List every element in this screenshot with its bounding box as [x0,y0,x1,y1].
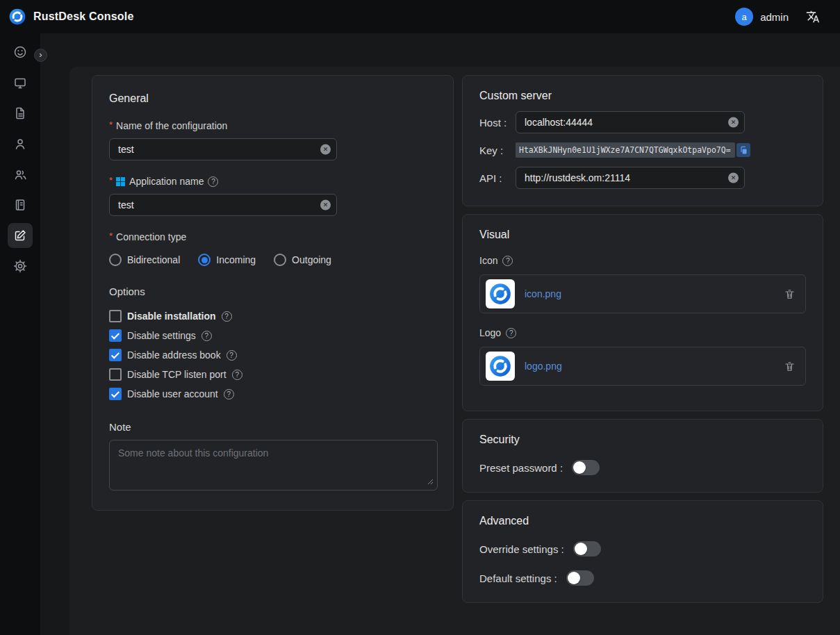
config-name-input[interactable] [109,138,337,160]
checkbox-icon[interactable] [109,368,122,381]
advanced-card: Advanced Override settings : Default set… [462,500,823,603]
radio-icon[interactable] [274,254,286,266]
sidebar-item-settings[interactable] [8,254,33,279]
checkbox-row-disable-address-book[interactable]: Disable address book ? [109,347,436,363]
radio-incoming[interactable]: Incoming [198,254,256,266]
logo-upload-box: logo.png [479,347,806,386]
override-settings-label: Override settings : [479,543,564,555]
smiley-icon [13,45,27,59]
sidebar-item-dashboard[interactable] [8,40,33,65]
radio-icon[interactable] [109,254,122,266]
clear-icon[interactable]: ✕ [320,200,331,211]
key-label: Key : [479,145,516,156]
sidebar [0,33,40,635]
file-icon [13,106,27,120]
override-settings-toggle[interactable] [573,541,601,556]
trash-icon[interactable] [784,361,796,372]
api-input[interactable] [516,167,745,189]
user-menu[interactable]: a admin [735,8,789,26]
translate-icon[interactable] [804,8,822,26]
preset-password-label: Preset password : [479,462,563,474]
icon-file-link[interactable]: icon.png [525,288,561,299]
icon-label: Icon ? [479,255,806,266]
app-title: RustDesk Console [33,10,134,23]
app-name-field-label: * Application name ? [109,176,436,187]
sidebar-item-groups[interactable] [8,162,33,187]
clear-icon[interactable]: ✕ [728,117,739,128]
help-icon[interactable]: ? [506,328,516,338]
clear-icon[interactable]: ✕ [728,173,739,183]
avatar[interactable]: a [735,8,753,26]
checkbox-row-disable-installation[interactable]: Disable installation ? [109,308,436,324]
preset-password-row: Preset password : [479,460,806,475]
security-title: Security [479,434,806,446]
visual-card: Visual Icon ? icon.png Logo ? [462,214,823,411]
gear-icon [13,259,27,273]
checkbox-row-disable-settings[interactable]: Disable settings ? [109,328,436,343]
help-icon[interactable]: ? [201,331,212,341]
custom-server-title: Custom server [479,90,806,102]
checkbox-icon[interactable] [109,388,122,400]
checkbox-icon[interactable] [109,310,122,322]
default-settings-toggle[interactable] [566,570,594,586]
copy-icon[interactable] [736,143,750,157]
sidebar-item-devices[interactable] [8,70,33,95]
host-input[interactable] [516,111,745,133]
required-asterisk: * [109,119,113,130]
required-asterisk: * [109,175,113,185]
override-settings-row: Override settings : [479,541,806,556]
help-icon[interactable]: ? [227,350,237,361]
key-value[interactable]: HtaXBkJNHyn0e1U1jWXze7A7CN7QTGWqxkOtpaVp… [516,142,735,158]
username: admin [760,11,789,23]
sidebar-item-audit[interactable] [8,101,33,126]
key-field: HtaXBkJNHyn0e1U1jWXze7A7CN7QTGWqxkOtpaVp… [516,142,750,158]
rustdesk-logo [8,8,26,26]
logo-label: Logo ? [479,327,806,338]
api-label: API : [479,172,516,184]
radio-icon[interactable] [198,254,211,266]
journal-icon [13,198,27,212]
resize-handle-icon[interactable] [427,475,434,488]
options-label: Options [109,286,436,297]
default-settings-row: Default settings : [479,570,806,586]
checkbox-icon[interactable] [109,349,122,361]
note-textarea[interactable] [109,440,438,490]
custom-server-card: Custom server Host : ✕ Key : HtaXBkJNHyn… [462,75,823,206]
radio-outgoing[interactable]: Outgoing [274,254,331,266]
help-icon[interactable]: ? [502,256,513,266]
connection-type-group: Bidirectional Incoming Outgoing [109,254,436,266]
checkbox-icon[interactable] [109,329,122,342]
help-icon[interactable]: ? [222,311,232,322]
trash-icon[interactable] [784,288,796,300]
icon-preview [486,279,515,308]
sidebar-item-users[interactable] [8,131,33,156]
sidebar-item-address-books[interactable] [8,192,33,217]
help-icon[interactable]: ? [208,176,218,187]
main-panel: General * Name of the configuration ✕ * … [69,67,840,635]
logo-file-link[interactable]: logo.png [525,361,562,372]
required-asterisk: * [109,231,113,241]
note-label: Note [109,421,436,433]
topbar: RustDesk Console a admin [0,0,840,33]
general-card: General * Name of the configuration ✕ * … [92,75,454,511]
host-label: Host : [479,117,516,129]
security-card: Security Preset password : [462,419,823,493]
preset-password-toggle[interactable] [572,460,600,475]
name-field-label: * Name of the configuration [109,120,436,131]
sidebar-item-custom-clients[interactable] [8,223,33,248]
default-settings-label: Default settings : [479,572,557,584]
help-icon[interactable]: ? [224,389,234,399]
general-title: General [109,92,436,105]
checkbox-row-disable-tcp-listen-port[interactable]: Disable TCP listen port ? [109,367,436,382]
radio-bidirectional[interactable]: Bidirectional [109,254,180,266]
help-icon[interactable]: ? [232,370,242,380]
right-column: Custom server Host : ✕ Key : HtaXBkJNHyn… [462,75,823,603]
checkbox-row-disable-user-account[interactable]: Disable user account ? [109,386,436,402]
users-icon [13,167,27,181]
sidebar-expand-button[interactable]: › [34,49,47,62]
application-name-input[interactable] [109,194,337,216]
edit-icon [13,229,27,242]
advanced-title: Advanced [479,515,806,527]
clear-icon[interactable]: ✕ [320,145,331,155]
icon-upload-box: icon.png [479,274,806,313]
